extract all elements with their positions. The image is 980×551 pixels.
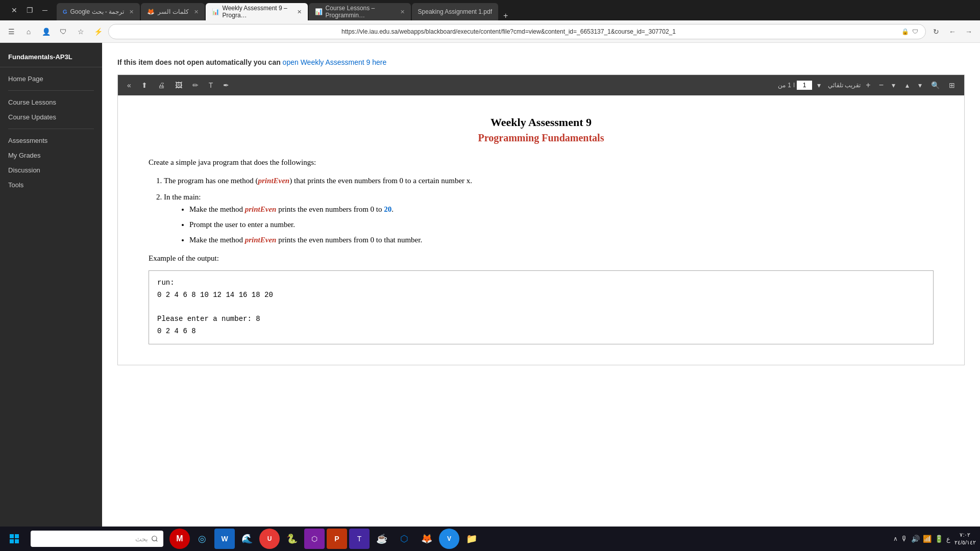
main-content: If this item does not open automatically… xyxy=(102,43,980,527)
sidebar: Fundamentals-AP3L Home Page Course Lesso… xyxy=(0,43,102,527)
code-line-3 xyxy=(157,302,925,314)
tab-course-close[interactable]: ✕ xyxy=(400,9,405,15)
windows-logo xyxy=(10,534,19,543)
battery-icon[interactable]: 🔋 xyxy=(935,535,943,543)
taskbar-icon-mcafee[interactable]: M xyxy=(169,529,190,549)
pdf-chevron-down-nav-icon[interactable]: ▾ xyxy=(915,79,925,91)
sidebar-item-my-grades[interactable]: My Grades xyxy=(0,148,102,163)
taskbar-icon-python[interactable]: 🐍 xyxy=(282,529,302,549)
pdf-list-item-2: In the main: Make the method printEven p… xyxy=(164,191,934,246)
nav-home-icon[interactable]: ⌂ xyxy=(21,24,36,39)
taskbar-clock[interactable]: ۷:۰۲ ٢٤/٥/١٤٢ xyxy=(954,531,976,547)
tab-weekly-assessment[interactable]: 📊 Weekly Assessment 9 – Progra… ✕ xyxy=(206,3,308,20)
taskbar-icon-java[interactable]: ☕ xyxy=(372,529,392,549)
pdf-body: Create a simple java program that does t… xyxy=(149,156,934,344)
sidebar-item-home[interactable]: Home Page xyxy=(0,71,102,86)
pdf-zoom-label: تقريب تلقائي xyxy=(828,82,861,89)
wifi-icon[interactable]: 📶 xyxy=(923,535,932,543)
nav-shield-icon[interactable]: 🛡 xyxy=(56,24,70,39)
nav-back-icon[interactable]: ← xyxy=(945,24,960,39)
pdf-zoom-out-button[interactable]: − xyxy=(876,80,887,91)
arabic-char: ع xyxy=(946,535,950,543)
sidebar-divider-2 xyxy=(8,129,94,129)
tab-arabic-close[interactable]: ✕ xyxy=(194,9,199,15)
sidebar-item-discussion-label: Discussion xyxy=(8,166,40,174)
sidebar-item-home-label: Home Page xyxy=(8,75,43,83)
sidebar-item-tools[interactable]: Tools xyxy=(0,178,102,192)
tab-speaking-label: Speaking Assignment 1.pdf xyxy=(418,8,492,15)
nav-translate-icon[interactable]: ⚡ xyxy=(91,24,105,39)
svg-line-1 xyxy=(156,540,158,542)
sidebar-item-course-lessons[interactable]: Course Lessons xyxy=(0,95,102,110)
taskbar-icon-teams[interactable]: T xyxy=(349,529,370,549)
pdf-print-icon[interactable]: 🖨 xyxy=(155,79,168,91)
teams-icon: T xyxy=(357,535,362,543)
firefox-icon: 🦊 xyxy=(421,533,432,544)
tab-arabic[interactable]: 🦊 كلمات السر ✕ xyxy=(141,3,204,20)
pdf-share-icon[interactable]: ⬆ xyxy=(138,79,151,91)
sidebar-item-my-grades-label: My Grades xyxy=(8,152,41,159)
taskbar-icon-vpn[interactable]: ◎ xyxy=(192,529,212,549)
tab-arabic-label: كلمات السر xyxy=(158,8,188,15)
tab-google-translate-favicon: G xyxy=(63,9,67,15)
taskbar-icon-vpn2[interactable]: V xyxy=(439,529,459,549)
keyword-20: 20 xyxy=(384,205,391,213)
pdf-chevron-down-icon[interactable]: ▾ xyxy=(814,79,824,91)
taskbar-right: ∧ 🎙 🔊 📶 🔋 ع ۷:۰۲ ٢٤/٥/١٤٢ xyxy=(893,531,976,547)
nav-profile-icon[interactable]: 👤 xyxy=(39,24,53,39)
address-bar[interactable]: https://vle.iau.edu.sa/webapps/blackboar… xyxy=(108,24,926,39)
taskbar-icon-firefox[interactable]: 🦊 xyxy=(416,529,437,549)
pdf-highlight-icon[interactable]: ✒ xyxy=(220,79,232,91)
chevron-up-icon[interactable]: ∧ xyxy=(893,535,898,542)
pdf-nav-first-icon[interactable]: « xyxy=(124,79,134,91)
pdf-zoom-in-button[interactable]: + xyxy=(863,80,873,91)
sidebar-item-course-updates[interactable]: Course Updates xyxy=(0,110,102,124)
taskbar-icon-myuni[interactable]: U xyxy=(259,529,280,549)
pdf-image-icon[interactable]: 🖼 xyxy=(172,79,185,91)
microphone-icon[interactable]: 🎙 xyxy=(901,535,908,543)
pdf-chevron-up-icon[interactable]: ▴ xyxy=(902,79,912,91)
nav-forward-icon[interactable]: → xyxy=(962,24,976,39)
vpn2-icon: V xyxy=(447,535,451,542)
sidebar-item-discussion[interactable]: Discussion xyxy=(0,163,102,178)
pdf-layout-icon[interactable]: ⊞ xyxy=(946,79,958,91)
tab-weekly-label: Weekly Assessment 9 – Progra… xyxy=(223,5,292,19)
pdf-page-input[interactable] xyxy=(797,81,812,90)
taskbar-icon-octoparse[interactable]: ⬡ xyxy=(304,529,325,549)
octoparse-icon: ⬡ xyxy=(311,535,317,543)
pdf-search-icon[interactable]: 🔍 xyxy=(928,79,943,91)
tab-weekly-close[interactable]: ✕ xyxy=(297,9,302,15)
sidebar-item-tools-label: Tools xyxy=(8,181,23,189)
taskbar-icon-powerpoint[interactable]: P xyxy=(327,529,347,549)
svg-point-0 xyxy=(152,536,157,541)
pdf-edit-icon[interactable]: ✏ xyxy=(189,79,202,91)
nav-menu-icon[interactable]: ☰ xyxy=(4,24,18,39)
pdf-zoom-dropdown-icon[interactable]: ▾ xyxy=(889,79,898,91)
nav-bookmark-icon[interactable]: ☆ xyxy=(74,24,88,39)
open-assessment-link[interactable]: open Weekly Assessment 9 here xyxy=(283,58,387,66)
taskbar-icon-files[interactable]: 📁 xyxy=(461,529,482,549)
speaker-icon[interactable]: 🔊 xyxy=(911,535,920,543)
start-button[interactable] xyxy=(4,529,24,549)
minimize-window-btn[interactable]: ─ xyxy=(39,5,51,15)
tab-speaking[interactable]: Speaking Assignment 1.pdf xyxy=(412,3,498,20)
java-icon: ☕ xyxy=(376,533,387,544)
tab-google-translate-label: Google ترجمة - بحث xyxy=(70,8,124,15)
restore-window-btn[interactable]: ❐ xyxy=(23,5,36,15)
taskbar-icon-edge[interactable]: 🌊 xyxy=(237,529,257,549)
pdf-example-label: Example of the output: xyxy=(149,252,934,264)
clock-date: ٢٤/٥/١٤٢ xyxy=(954,539,976,546)
taskbar-search-icon xyxy=(151,535,158,542)
new-tab-button[interactable]: + xyxy=(499,11,512,20)
pdf-text-icon[interactable]: T xyxy=(206,79,216,91)
tab-course-lessons[interactable]: 📊 Course Lessons – Programmin… ✕ xyxy=(309,3,411,20)
nav-refresh-icon[interactable]: ↻ xyxy=(929,24,943,39)
taskbar-icon-word[interactable]: W xyxy=(214,529,235,549)
taskbar-search[interactable]: بحث xyxy=(31,531,163,547)
tab-google-translate-close[interactable]: ✕ xyxy=(129,9,134,15)
tab-google-translate[interactable]: G Google ترجمة - بحث ✕ xyxy=(57,3,140,20)
sidebar-item-assessments[interactable]: Assessments xyxy=(0,133,102,148)
taskbar-icon-edge2[interactable]: ⬡ xyxy=(394,529,414,549)
close-window-btn[interactable]: ✕ xyxy=(8,5,20,15)
sidebar-item-assessments-label: Assessments xyxy=(8,137,47,144)
